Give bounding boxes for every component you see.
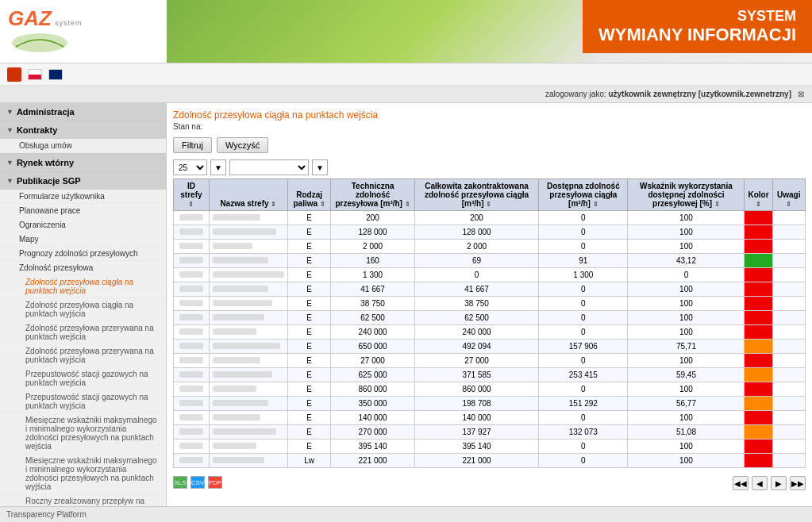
pagination-next[interactable]: ▶ [771,476,787,490]
cell-contracted: 198 708 [414,397,539,411]
table-footer: XLS CSV PDF ◀◀ ◀ ▶ ▶▶ [173,471,806,490]
cell-name [209,254,287,268]
logout-icon[interactable]: ⊠ [798,90,804,98]
col-header-available[interactable]: Dostępna zdolność przesyłowa ciągła [m³/… [539,179,628,211]
cell-available: 0 [539,454,628,468]
cell-tech: 650 000 [331,340,414,354]
export-icons: XLS CSV PDF [173,476,222,489]
table-row: E 140 000 140 000 0 100 [174,411,806,425]
sidebar-header-publikacje-sgp[interactable]: Publikacje SGP [0,172,166,190]
sidebar-item-przepust-wejscia[interactable]: Przepustowość stacji gazowych na punktac… [0,367,166,390]
col-header-id[interactable]: ID strefy ⇕ [174,179,210,211]
cell-fuel: E [287,240,331,254]
cell-uwagi [772,368,805,382]
cell-color [745,382,772,397]
cell-fuel: E [287,311,331,325]
sidebar-item-miesieczne-wejscia[interactable]: Miesięczne wskaźniki maksymalnego i mini… [0,413,166,454]
export-xls-button[interactable]: XLS [173,476,187,489]
sidebar-item-zdolnosc-wejscia[interactable]: Zdolność przesyłowa ciągła na punktach w… [0,275,166,298]
cell-available: 1 300 [539,268,628,282]
sidebar-item-zdolnosc-wyjscia[interactable]: Zdolność przesyłowa ciągła na punktach w… [0,298,166,321]
cell-contracted: 221 000 [414,454,539,468]
column-filter-select[interactable] [229,159,309,175]
sidebar-item-ograniczenia[interactable]: Ograniczenia [0,218,166,232]
sidebar-section-administracja: Administracja [0,103,166,121]
sidebar-header-administracja[interactable]: Administracja [0,103,166,121]
sidebar-item-formularze[interactable]: Formularze użytkownika [0,190,166,204]
col-header-contracted[interactable]: Całkowita zakontraktowana zdolność przes… [414,179,539,211]
sidebar-item-planowane[interactable]: Planowane prace [0,204,166,218]
cell-indicator: 100 [628,325,745,340]
cell-color [745,240,772,254]
col-header-uwagi[interactable]: Uwagi ⇕ [772,179,805,211]
col-header-tech[interactable]: Techniczna zdolność przesyłowa [m³/h] ⇕ [331,179,414,211]
sidebar-item-przerywana-wyjscia[interactable]: Zdolność przesyłowa przerywana na punkta… [0,344,166,367]
cell-available: 0 [539,439,628,454]
cell-id [174,382,210,397]
col-header-nazwa[interactable]: Nazwa strefy ⇕ [209,179,287,211]
cell-uwagi [772,211,805,225]
sidebar-item-mapy[interactable]: Mapy [0,232,166,247]
cell-available: 0 [539,325,628,340]
rows-per-page-select[interactable]: 25 50 100 [173,159,207,175]
table-header-row: ID strefy ⇕ Nazwa strefy ⇕ Rodzaj paliwa… [174,179,806,211]
cell-color [745,411,772,425]
export-pdf-button[interactable]: PDF [208,476,222,489]
sidebar-publikacje-label: Publikacje SGP [17,176,81,186]
logo-system-text: system [55,19,83,27]
sidebar-item-miesieczne-wyjscia[interactable]: Miesięczne wskaźniki maksymalnego i mini… [0,454,166,494]
svg-point-0 [12,33,67,52]
table-row: E 27 000 27 000 0 100 [174,354,806,368]
sidebar-item-zdolnosc[interactable]: Zdolność przesyłowa [0,261,166,275]
cell-fuel: E [287,254,331,268]
export-csv-button[interactable]: CSV [190,476,205,489]
sidebar-item-prognozy[interactable]: Prognozy zdolności przesyłowych [0,247,166,261]
pagination-prev[interactable]: ◀ [752,476,768,490]
pagination-first[interactable]: ◀◀ [733,476,749,490]
cell-id [174,240,210,254]
cell-name [209,439,287,454]
cell-contracted: 2 000 [414,240,539,254]
cell-indicator: 100 [628,297,745,311]
flag-pl-button[interactable] [27,67,43,83]
footer-label: Transparency Platform [6,510,87,519]
filter-bar: Filtruj Wyczyść [173,137,806,153]
sidebar-item-przerywana-wejscia[interactable]: Zdolność przesyłowa przerywana na punkta… [0,321,166,344]
pagination-last[interactable]: ▶▶ [790,476,806,490]
flag-uk-button[interactable] [48,67,63,83]
cell-tech: 62 500 [331,311,414,325]
col-header-rodzaj[interactable]: Rodzaj paliwa ⇕ [287,179,331,211]
toolbar [0,63,812,86]
cell-fuel: E [287,225,331,240]
cell-name [209,454,287,468]
sidebar-item-przepust-wyjscia[interactable]: Przepustowość stacji gazowych na punktac… [0,390,166,413]
cell-color [745,368,772,382]
column-dropdown-arrow[interactable]: ▼ [312,159,328,175]
cell-name [209,268,287,282]
cell-name [209,340,287,354]
cell-contracted: 69 [414,254,539,268]
cell-fuel: Lw [287,454,331,468]
col-header-indicator[interactable]: Wskaźnik wykorzystania dostępnej zdolnoś… [628,179,745,211]
cell-tech: 395 140 [331,439,414,454]
cell-available: 0 [539,382,628,397]
cell-id [174,411,210,425]
cell-fuel: E [287,439,331,454]
cell-available: 0 [539,240,628,254]
sidebar-header-kontrakty[interactable]: Kontrakty [0,121,166,139]
col-header-color[interactable]: Kolor ⇕ [745,179,772,211]
sidebar-header-rynek-wtorny[interactable]: Rynek wtórny [0,154,166,171]
home-button[interactable] [6,67,22,83]
cell-tech: 140 000 [331,411,414,425]
table-controls: 25 50 100 ▼ ▼ [173,159,806,175]
cell-tech: 160 [331,254,414,268]
cell-id [174,268,210,282]
cell-name [209,240,287,254]
clear-button[interactable]: Wyczyść [217,137,268,153]
filter-button[interactable]: Filtruj [173,137,212,153]
cell-color [745,354,772,368]
table-row: E 270 000 137 927 132 073 51,08 [174,425,806,439]
filter-dropdown[interactable]: ▼ [210,159,226,175]
sidebar-kontrakty-label: Kontrakty [17,125,57,135]
sidebar-item-obsługa-umów[interactable]: Obsługa umów [0,139,166,153]
